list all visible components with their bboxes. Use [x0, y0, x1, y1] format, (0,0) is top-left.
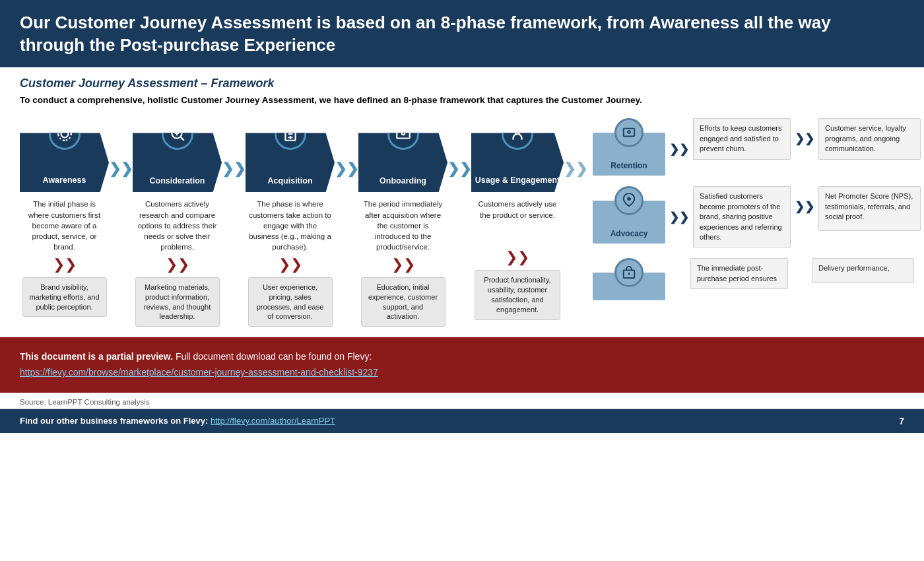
phase-consideration: Consideration Customers actively researc… [133, 116, 222, 327]
framework-title: Customer Journey Assessment – Framework [20, 77, 904, 90]
phase-label-consideration: Consideration [149, 176, 205, 185]
svg-line-7 [180, 137, 183, 141]
phase-desc-usage: Customers actively use the product or se… [475, 199, 560, 245]
preview-normal: Full document download can be found on F… [173, 351, 372, 362]
phase-sub-usage: Product functionality, usability, custom… [475, 270, 560, 319]
page-number: 7 [899, 416, 904, 426]
phase-label-acquisition: Acquisition [267, 176, 312, 185]
title-bar: Our Customer Journey Assessment is based… [0, 0, 924, 67]
retention-desc1: Efforts to keep customers engaged and sa… [693, 118, 791, 159]
phase-header-awareness: Awareness [20, 133, 109, 192]
phase-header-acquisition: Acquisition [246, 133, 335, 192]
svg-point-24 [628, 198, 630, 201]
usage-icon [502, 118, 533, 150]
retention-desc2: Customer service, loyalty programs, and … [818, 118, 921, 159]
phase-label-usage: Usage & Engagement [475, 176, 560, 185]
onboarding-icon [387, 118, 419, 150]
chevron-5: ❯❯ [564, 160, 587, 178]
phase-header-usage: Usage & Engagement [471, 133, 564, 192]
advocacy-icon [614, 186, 644, 215]
phase-awareness: Awareness The initial phase is where cus… [20, 116, 109, 317]
svg-point-20 [515, 129, 521, 135]
advocacy-arrow2: ❯❯ [795, 199, 814, 214]
retention-icon [614, 118, 644, 147]
phase-postpurchase-container [593, 258, 665, 300]
phase-sub-onboarding: Education, initial experience, customer … [361, 277, 446, 327]
phase-label-awareness: Awareness [43, 175, 86, 185]
advocacy-row: Advocacy ❯❯ Satisfied customers become p… [593, 183, 921, 248]
source-line: Source: LearnPPT Consulting analysis [0, 393, 924, 409]
acquisition-icon [275, 118, 306, 150]
bottom-bar: Find our other business frameworks on Fl… [0, 409, 924, 433]
framework-subtitle: To conduct a comprehensive, holistic Cus… [20, 94, 904, 107]
preview-banner: This document is a partial preview. Full… [0, 337, 924, 393]
retention-label: Retention [610, 161, 647, 170]
phase-retention-container: Retention [593, 118, 665, 176]
consideration-icon [162, 118, 193, 150]
svg-point-1 [58, 128, 71, 141]
phase-header-onboarding: Onboarding [358, 133, 447, 192]
chevron-2: ❯❯ [222, 160, 246, 178]
postpurchase-desc1: The immediate post-purchase period ensur… [690, 258, 788, 289]
awareness-down-arrow: ❯❯ [53, 256, 77, 273]
advocacy-desc2: Net Promoter Score (NPS), testimonials, … [818, 186, 921, 231]
svg-rect-21 [624, 129, 635, 137]
phase-onboarding: Onboarding The period immediately after … [358, 116, 447, 327]
awareness-icon [49, 118, 81, 150]
phase-sub-awareness: Brand visibility, marketing efforts, and… [22, 277, 107, 317]
consideration-down-arrow: ❯❯ [166, 256, 189, 273]
retention-arrow2: ❯❯ [795, 131, 814, 146]
preview-link[interactable]: https://flevy.com/browse/marketplace/cus… [20, 367, 378, 378]
phase-sub-acquisition: User experience, pricing, sales processe… [248, 277, 333, 327]
phase-label-onboarding: Onboarding [380, 176, 426, 185]
usage-down-arrow: ❯❯ [506, 249, 529, 266]
postpurchase-desc2: Delivery performance, [812, 258, 914, 283]
phase-desc-awareness: The initial phase is where customers fir… [22, 199, 107, 251]
phase-desc-acquisition: The phase is where customers take action… [248, 199, 333, 251]
footer-link[interactable]: http://flevy.com/author/LearnPPT [211, 416, 335, 426]
footer-text: Find our other business frameworks on Fl… [20, 416, 335, 426]
right-section: Retention ❯❯ Efforts to keep customers e… [593, 116, 921, 300]
postpurchase-icon [614, 258, 644, 287]
phase-advocacy-container: Advocacy [593, 186, 665, 244]
chevron-1: ❯❯ [109, 160, 133, 178]
advocacy-arrow: ❯❯ [669, 210, 689, 224]
phase-acquisition: Acquisition The phase is where customers… [246, 116, 335, 327]
retention-arrow: ❯❯ [669, 142, 689, 156]
retention-row: Retention ❯❯ Efforts to keep customers e… [593, 116, 921, 176]
preview-text: This document is a partial preview. Full… [20, 349, 904, 381]
main-content: Customer Journey Assessment – Framework … [0, 67, 924, 333]
svg-point-0 [61, 131, 68, 138]
phase-desc-consideration: Customers actively research and compare … [135, 199, 220, 251]
chevron-3: ❯❯ [335, 160, 358, 178]
advocacy-desc1: Satisfied customers become promoters of … [693, 186, 791, 248]
journey-diagram: Awareness The initial phase is where cus… [20, 116, 904, 327]
chevron-4: ❯❯ [447, 160, 471, 178]
acquisition-down-arrow: ❯❯ [279, 256, 302, 273]
phase-header-consideration: Consideration [133, 133, 222, 192]
svg-point-16 [401, 132, 404, 135]
page-title: Our Customer Journey Assessment is based… [20, 12, 904, 57]
svg-rect-15 [397, 129, 410, 139]
svg-point-22 [628, 131, 630, 134]
preview-bold: This document is a partial preview. [20, 351, 173, 362]
phase-usage: Usage & Engagement Customers actively us… [471, 116, 564, 319]
post-purchase-row: The immediate post-purchase period ensur… [593, 255, 921, 300]
onboarding-down-arrow: ❯❯ [391, 256, 415, 273]
advocacy-label: Advocacy [610, 229, 648, 238]
phase-sub-consideration: Marketing materials, product information… [135, 277, 220, 327]
phase-desc-onboarding: The period immediately after acquisition… [361, 199, 446, 251]
